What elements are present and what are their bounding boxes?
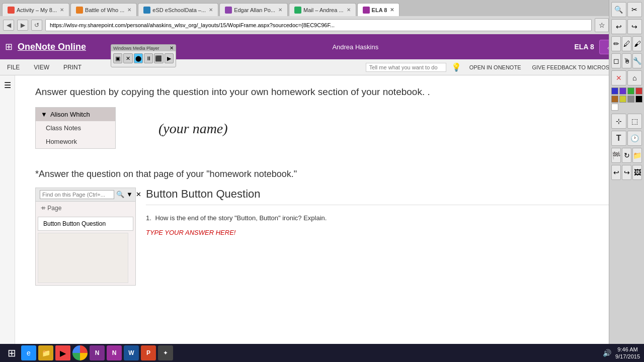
menu-print[interactable]: PRINT	[60, 63, 85, 72]
taskbar-onenote-icon[interactable]: N	[90, 345, 105, 360]
start-button[interactable]: ⊞	[4, 345, 19, 360]
media-pause-icon[interactable]: ⏸	[144, 53, 153, 63]
media-player: Windows Media Player ✕ ▣ ✕ ⬤ ⏸ ⬛ ▶	[111, 44, 176, 67]
tab-esd-close[interactable]: ✕	[209, 7, 213, 13]
tab-esd[interactable]: eSD eSchoolData –... ✕	[138, 3, 218, 16]
answer-placeholder[interactable]: TYPE YOUR ANSWER HERE!	[146, 229, 617, 236]
rt-img-icon[interactable]: 🖼	[632, 165, 642, 180]
rt-icon-8[interactable]: ◻	[611, 53, 621, 68]
rt-select-icon[interactable]: ⬚	[627, 114, 642, 129]
hamburger-icon: ☰	[4, 80, 11, 90]
find-close-icon[interactable]: ✕	[136, 191, 141, 198]
color-gray[interactable]	[627, 96, 634, 103]
battle-tab-icon	[76, 7, 83, 14]
find-input[interactable]	[40, 190, 114, 199]
find-options-icon[interactable]: ▼	[126, 191, 133, 198]
rt-icon-7[interactable]: 🖌	[632, 36, 642, 51]
tab-ela[interactable]: ELA 8 ✕	[357, 3, 400, 16]
rt-undo-icon[interactable]: ↩	[611, 165, 621, 180]
onenote-course: ELA 8	[575, 43, 594, 51]
taskbar-word-icon[interactable]: W	[124, 345, 139, 360]
rt-redo-icon[interactable]: ↪	[622, 165, 631, 180]
mail-tab-icon	[294, 7, 301, 14]
color-red[interactable]	[635, 87, 642, 95]
open-in-onenote[interactable]: OPEN IN ONENOTE	[466, 63, 524, 71]
rt-flag-icon[interactable]: 🏁	[611, 148, 621, 163]
rt-icon-9[interactable]: 🖱	[622, 53, 631, 68]
tell-me-input[interactable]	[366, 63, 446, 72]
tab-edgar-close[interactable]: ✕	[278, 7, 282, 13]
rt-icon-11[interactable]: ✕	[611, 70, 626, 85]
color-purple[interactable]	[619, 87, 626, 95]
tab-battle[interactable]: Battle of Who ... ✕	[70, 3, 137, 16]
rt-cursor-icon[interactable]: ⊹	[611, 114, 626, 129]
onenote-title: OneNote Online	[18, 42, 86, 52]
media-play-icon[interactable]: ▶	[165, 53, 174, 63]
add-page-button[interactable]: + + Page	[36, 202, 135, 215]
color-blue[interactable]	[611, 87, 618, 95]
forward-button[interactable]: ▶	[17, 20, 28, 31]
tab-ela-close[interactable]: ✕	[390, 7, 394, 13]
rt-text-icon[interactable]: T	[611, 131, 626, 146]
media-record-icon[interactable]: ⬤	[134, 53, 143, 63]
taskbar: ⊞ e 📁 ▶ N N W P ✦ 🔊 9:46 AM 9/17/2015	[0, 344, 644, 362]
page-list-item[interactable]: Button Button Question	[38, 217, 133, 231]
color-green[interactable]	[627, 87, 634, 95]
notebook-header[interactable]: ▼ Alison Whitch	[36, 108, 115, 121]
taskbar-onenote2-icon[interactable]: N	[107, 345, 122, 360]
media-close-icon[interactable]: ✕	[170, 45, 174, 51]
tab-battle-label: Battle of Who ...	[85, 7, 124, 13]
taskbar-ie-icon[interactable]: e	[21, 345, 36, 360]
taskbar-music-icon[interactable]: ▶	[55, 345, 70, 360]
rt-sync-icon[interactable]: ↻	[622, 148, 631, 163]
tab-mail[interactable]: Mail – Andrea ... ✕	[289, 3, 356, 16]
rt-icon-4[interactable]: ↪	[627, 19, 642, 34]
page-thumbnail	[38, 233, 128, 283]
refresh-button[interactable]: ↺	[31, 20, 42, 31]
rt-clock-icon[interactable]: 🕐	[627, 131, 642, 146]
media-controls: ▣ ✕ ⬤ ⏸ ⬛ ▶	[111, 51, 176, 65]
color-white[interactable]	[611, 104, 618, 111]
find-bar: 🔍 ▼ ✕	[36, 188, 135, 202]
question-text: 1. How is the end of the story "Button, …	[146, 213, 617, 223]
color-orange[interactable]	[611, 96, 618, 103]
bookmark-button[interactable]: ☆	[595, 18, 609, 32]
rt-icon-3[interactable]: ↩	[611, 19, 626, 34]
menu-view[interactable]: VIEW	[31, 63, 52, 72]
rt-icon-12[interactable]: ⌂	[627, 70, 642, 85]
taskbar-icons-tray: 🔊	[603, 349, 611, 357]
grid-icon[interactable]: ⊞	[5, 41, 13, 52]
tab-activity[interactable]: Activity – My 8... ✕	[2, 3, 69, 16]
tab-edgar[interactable]: Edgar Allan Po... ✕	[219, 3, 288, 16]
class-notes-item[interactable]: Class Notes	[36, 121, 115, 135]
rt-icon-6[interactable]: 🖊	[622, 36, 631, 51]
dropdown-arrow-icon: ▼	[41, 111, 47, 118]
tab-esd-label: eSD eSchoolData –...	[152, 7, 206, 13]
rt-icon-5[interactable]: ✏	[611, 36, 621, 51]
tab-mail-close[interactable]: ✕	[347, 7, 351, 13]
media-close2-icon[interactable]: ✕	[123, 53, 132, 63]
rt-icon-10[interactable]: 🔧	[632, 53, 642, 68]
address-input[interactable]	[45, 19, 592, 31]
search-icon[interactable]: 🔍	[116, 191, 124, 198]
color-yellow[interactable]	[619, 96, 626, 103]
menu-file[interactable]: FILE	[4, 63, 23, 72]
tab-bar: Activity – My 8... ✕ Battle of Who ... ✕…	[0, 0, 644, 16]
color-palette	[611, 87, 643, 111]
taskbar-other-icon[interactable]: ✦	[158, 345, 173, 360]
taskbar-chrome-icon[interactable]	[72, 345, 88, 360]
taskbar-ppt-icon[interactable]: P	[141, 345, 156, 360]
handwritten-svg: (your name)	[156, 112, 247, 142]
tab-activity-close[interactable]: ✕	[60, 7, 64, 13]
color-black[interactable]	[635, 96, 642, 103]
taskbar-files-icon[interactable]: 📁	[38, 345, 53, 360]
media-stop-icon[interactable]: ▣	[113, 53, 122, 63]
homework-item[interactable]: Homework	[36, 135, 115, 148]
rt-icon-1[interactable]: 🔍	[611, 2, 626, 17]
back-button[interactable]: ◀	[3, 20, 14, 31]
rt-icon-2[interactable]: ✂	[627, 2, 642, 17]
tab-battle-close[interactable]: ✕	[127, 7, 131, 13]
rt-folder-icon[interactable]: 📁	[632, 148, 642, 163]
media-stop2-icon[interactable]: ⬛	[154, 53, 163, 63]
sidebar-toggle[interactable]: ☰	[0, 75, 15, 344]
